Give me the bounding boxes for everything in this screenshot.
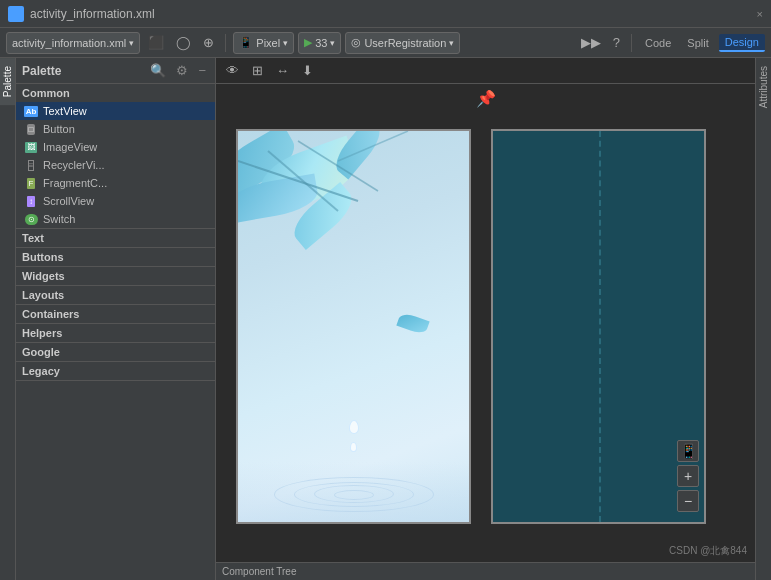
water-surface: [238, 462, 469, 522]
watermark: CSDN @北禽844: [669, 544, 747, 558]
category-legacy: Legacy: [16, 362, 215, 381]
title-bar: activity_information.xml ×: [0, 0, 771, 28]
palette-item-scrollview[interactable]: ↕ ScrollView: [16, 192, 215, 210]
zoom-controls: 📱 + −: [677, 440, 699, 512]
category-common: Common Ab TextView □ Button 🖼 ImageView …: [16, 84, 215, 229]
design-toolbar: 👁 ⊞ ↔ ⬇: [216, 58, 755, 84]
main-area: Palette Palette 🔍 ⚙ − Common Ab TextView…: [0, 58, 771, 580]
category-layouts-header[interactable]: Layouts: [16, 286, 215, 304]
top-toolbar: activity_information.xml ▾ ⬛ ◯ ⊕ 📱 Pixel…: [0, 28, 771, 58]
view-split-btn[interactable]: Split: [681, 35, 714, 51]
teal-preview[interactable]: 📱 + −: [491, 129, 706, 524]
imageview-icon: 🖼: [24, 140, 38, 154]
toolbar-right: ▶▶ ? Code Split Design: [577, 33, 765, 52]
category-text-header[interactable]: Text: [16, 229, 215, 247]
zoom-in-btn[interactable]: +: [677, 465, 699, 487]
category-common-header[interactable]: Common: [16, 84, 215, 102]
button-icon: □: [24, 122, 38, 136]
drop-1: [349, 420, 359, 434]
design-area-wrapper: 👁 ⊞ ↔ ⬇ 📌 📌: [216, 58, 755, 580]
category-google-header[interactable]: Google: [16, 343, 215, 361]
recyclerview-icon: ≡: [24, 158, 38, 172]
chevron-down-icon-4: ▾: [449, 38, 454, 48]
category-layouts: Layouts: [16, 286, 215, 305]
leaves-decoration: [238, 131, 469, 327]
down-btn[interactable]: ⬇: [298, 61, 317, 80]
search-icon[interactable]: 🔍: [147, 62, 169, 79]
category-widgets: Widgets: [16, 267, 215, 286]
left-tabs: Palette: [0, 58, 16, 580]
arrow-btn[interactable]: ↔: [272, 61, 293, 80]
palette-item-textview[interactable]: Ab TextView: [16, 102, 215, 120]
gear-icon[interactable]: ⚙: [173, 62, 191, 79]
category-helpers: Helpers: [16, 324, 215, 343]
category-text: Text: [16, 229, 215, 248]
separator-2: [631, 34, 632, 52]
branch-svg: [238, 131, 469, 327]
toolbar-btn-3[interactable]: ⊕: [199, 33, 218, 52]
category-legacy-header[interactable]: Legacy: [16, 362, 215, 380]
palette-tab[interactable]: Palette: [0, 58, 15, 105]
device-icon[interactable]: 📱: [677, 440, 699, 462]
chevron-down-icon: ▾: [129, 38, 134, 48]
pixel-dropdown[interactable]: 📱 Pixel ▾: [233, 32, 294, 54]
app-icon: [8, 6, 24, 22]
chevron-down-icon-2: ▾: [283, 38, 288, 48]
view-code-btn[interactable]: Code: [639, 35, 677, 51]
design-canvas: 📌 📌: [216, 84, 755, 562]
userreg-dropdown[interactable]: ◎ UserRegistration ▾: [345, 32, 460, 54]
category-buttons-header[interactable]: Buttons: [16, 248, 215, 266]
zoom-dropdown[interactable]: ▶ 33 ▾: [298, 32, 341, 54]
palette-item-imageview[interactable]: 🖼 ImageView: [16, 138, 215, 156]
grid-btn[interactable]: ⊞: [248, 61, 267, 80]
toolbar-extra-btn[interactable]: ▶▶: [577, 33, 605, 52]
phone-preview[interactable]: [236, 129, 471, 524]
textview-icon: Ab: [24, 104, 38, 118]
help-button[interactable]: ?: [609, 33, 624, 52]
water-drops: [349, 420, 359, 452]
palette-item-switch[interactable]: ⊙ Switch: [16, 210, 215, 228]
drop-2: [350, 442, 357, 452]
category-containers-header[interactable]: Containers: [16, 305, 215, 323]
attributes-panel: Attributes: [755, 58, 771, 580]
dashed-line: [599, 131, 601, 522]
category-helpers-header[interactable]: Helpers: [16, 324, 215, 342]
fragment-icon: F: [24, 176, 38, 190]
palette-header: Palette 🔍 ⚙ −: [16, 58, 215, 84]
palette-item-button[interactable]: □ Button: [16, 120, 215, 138]
separator-1: [225, 34, 226, 52]
chevron-down-icon-3: ▾: [330, 38, 335, 48]
teal-inner: [493, 131, 704, 522]
category-google: Google: [16, 343, 215, 362]
close-icon[interactable]: ×: [757, 8, 763, 20]
palette-panel: Palette 🔍 ⚙ − Common Ab TextView □ Butto…: [16, 58, 216, 580]
file-dropdown[interactable]: activity_information.xml ▾: [6, 32, 140, 54]
eye-btn[interactable]: 👁: [222, 61, 243, 80]
category-widgets-header[interactable]: Widgets: [16, 267, 215, 285]
palette-item-fragment[interactable]: F FragmentC...: [16, 174, 215, 192]
category-buttons: Buttons: [16, 248, 215, 267]
component-tree-tab[interactable]: Component Tree: [216, 562, 755, 580]
palette-categories: Common Ab TextView □ Button 🖼 ImageView …: [16, 84, 215, 580]
toolbar-btn-1[interactable]: ⬛: [144, 33, 168, 52]
zoom-out-btn[interactable]: −: [677, 490, 699, 512]
toolbar-btn-2[interactable]: ◯: [172, 33, 195, 52]
collapse-icon[interactable]: −: [195, 62, 209, 79]
svg-line-3: [338, 131, 408, 161]
scrollview-icon: ↕: [24, 194, 38, 208]
palette-item-recyclerview[interactable]: ≡ RecyclerVi...: [16, 156, 215, 174]
pin-marker-1: 📌: [476, 89, 496, 108]
palette-title: Palette: [22, 64, 143, 78]
view-design-btn[interactable]: Design: [719, 34, 765, 52]
title-filename: activity_information.xml: [30, 7, 753, 21]
attributes-tab[interactable]: Attributes: [756, 58, 771, 116]
category-containers: Containers: [16, 305, 215, 324]
switch-icon: ⊙: [24, 212, 38, 226]
